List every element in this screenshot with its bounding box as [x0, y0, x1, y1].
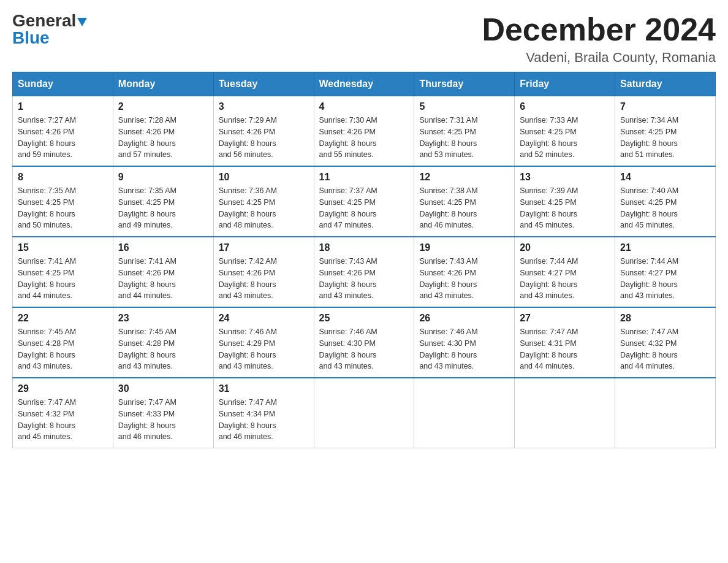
col-thursday: Thursday	[414, 72, 515, 96]
col-monday: Monday	[113, 72, 213, 96]
day-info: Sunrise: 7:45 AMSunset: 4:28 PMDaylight:…	[118, 326, 208, 372]
day-info: Sunrise: 7:35 AMSunset: 4:25 PMDaylight:…	[118, 185, 208, 231]
table-row: 22Sunrise: 7:45 AMSunset: 4:28 PMDayligh…	[13, 307, 113, 378]
table-row: 17Sunrise: 7:42 AMSunset: 4:26 PMDayligh…	[213, 237, 314, 307]
table-row: 18Sunrise: 7:43 AMSunset: 4:26 PMDayligh…	[314, 237, 414, 307]
table-row: 29Sunrise: 7:47 AMSunset: 4:32 PMDayligh…	[13, 378, 113, 448]
day-number: 14	[620, 172, 710, 183]
day-info: Sunrise: 7:43 AMSunset: 4:26 PMDaylight:…	[319, 256, 409, 302]
table-row: 12Sunrise: 7:38 AMSunset: 4:25 PMDayligh…	[414, 166, 515, 237]
day-info: Sunrise: 7:38 AMSunset: 4:25 PMDaylight:…	[419, 185, 509, 231]
table-row: 16Sunrise: 7:41 AMSunset: 4:26 PMDayligh…	[113, 237, 213, 307]
table-row: 5Sunrise: 7:31 AMSunset: 4:25 PMDaylight…	[414, 96, 515, 167]
table-row: 14Sunrise: 7:40 AMSunset: 4:25 PMDayligh…	[615, 166, 716, 237]
logo-line2: Blue	[12, 29, 50, 47]
day-number: 9	[118, 172, 208, 183]
day-number: 30	[118, 383, 208, 394]
table-row: 1Sunrise: 7:27 AMSunset: 4:26 PMDaylight…	[13, 96, 113, 167]
day-info: Sunrise: 7:41 AMSunset: 4:26 PMDaylight:…	[118, 256, 208, 302]
day-info: Sunrise: 7:44 AMSunset: 4:27 PMDaylight:…	[520, 256, 610, 302]
day-number: 27	[520, 313, 610, 324]
table-row: 30Sunrise: 7:47 AMSunset: 4:33 PMDayligh…	[113, 378, 213, 448]
day-number: 31	[219, 383, 309, 394]
calendar-table: Sunday Monday Tuesday Wednesday Thursday…	[12, 72, 716, 448]
day-number: 7	[620, 101, 710, 112]
logo: General Blue	[12, 12, 87, 47]
month-title: December 2024	[482, 12, 716, 47]
calendar-week-row: 29Sunrise: 7:47 AMSunset: 4:32 PMDayligh…	[13, 378, 716, 448]
day-info: Sunrise: 7:46 AMSunset: 4:30 PMDaylight:…	[319, 326, 409, 372]
day-info: Sunrise: 7:33 AMSunset: 4:25 PMDaylight:…	[520, 115, 610, 161]
table-row	[515, 378, 615, 448]
table-row: 3Sunrise: 7:29 AMSunset: 4:26 PMDaylight…	[213, 96, 314, 167]
table-row: 28Sunrise: 7:47 AMSunset: 4:32 PMDayligh…	[615, 307, 716, 378]
col-wednesday: Wednesday	[314, 72, 414, 96]
day-info: Sunrise: 7:39 AMSunset: 4:25 PMDaylight:…	[520, 185, 610, 231]
day-info: Sunrise: 7:29 AMSunset: 4:26 PMDaylight:…	[219, 115, 309, 161]
day-info: Sunrise: 7:47 AMSunset: 4:31 PMDaylight:…	[520, 326, 610, 372]
logo-triangle-icon	[77, 18, 87, 26]
table-row: 27Sunrise: 7:47 AMSunset: 4:31 PMDayligh…	[515, 307, 615, 378]
day-number: 15	[18, 242, 108, 253]
day-info: Sunrise: 7:47 AMSunset: 4:33 PMDaylight:…	[118, 397, 208, 443]
day-number: 12	[419, 172, 509, 183]
day-info: Sunrise: 7:46 AMSunset: 4:30 PMDaylight:…	[419, 326, 509, 372]
table-row: 8Sunrise: 7:35 AMSunset: 4:25 PMDaylight…	[13, 166, 113, 237]
day-number: 19	[419, 242, 509, 253]
day-info: Sunrise: 7:46 AMSunset: 4:29 PMDaylight:…	[219, 326, 309, 372]
day-info: Sunrise: 7:47 AMSunset: 4:32 PMDaylight:…	[620, 326, 710, 372]
calendar-week-row: 15Sunrise: 7:41 AMSunset: 4:25 PMDayligh…	[13, 237, 716, 307]
day-info: Sunrise: 7:30 AMSunset: 4:26 PMDaylight:…	[319, 115, 409, 161]
table-row: 21Sunrise: 7:44 AMSunset: 4:27 PMDayligh…	[615, 237, 716, 307]
col-friday: Friday	[515, 72, 615, 96]
day-info: Sunrise: 7:40 AMSunset: 4:25 PMDaylight:…	[620, 185, 710, 231]
day-number: 21	[620, 242, 710, 253]
location-title: Vadeni, Braila County, Romania	[482, 50, 716, 66]
day-info: Sunrise: 7:45 AMSunset: 4:28 PMDaylight:…	[18, 326, 108, 372]
day-number: 25	[319, 313, 409, 324]
day-number: 3	[219, 101, 309, 112]
day-info: Sunrise: 7:37 AMSunset: 4:25 PMDaylight:…	[319, 185, 409, 231]
col-saturday: Saturday	[615, 72, 716, 96]
calendar-week-row: 1Sunrise: 7:27 AMSunset: 4:26 PMDaylight…	[13, 96, 716, 167]
table-row: 11Sunrise: 7:37 AMSunset: 4:25 PMDayligh…	[314, 166, 414, 237]
table-row: 24Sunrise: 7:46 AMSunset: 4:29 PMDayligh…	[213, 307, 314, 378]
table-row: 2Sunrise: 7:28 AMSunset: 4:26 PMDaylight…	[113, 96, 213, 167]
day-number: 18	[319, 242, 409, 253]
day-info: Sunrise: 7:31 AMSunset: 4:25 PMDaylight:…	[419, 115, 509, 161]
day-info: Sunrise: 7:36 AMSunset: 4:25 PMDaylight:…	[219, 185, 309, 231]
day-number: 5	[419, 101, 509, 112]
day-number: 28	[620, 313, 710, 324]
page-header: General Blue December 2024 Vadeni, Brail…	[12, 12, 716, 66]
table-row: 25Sunrise: 7:46 AMSunset: 4:30 PMDayligh…	[314, 307, 414, 378]
day-number: 13	[520, 172, 610, 183]
day-info: Sunrise: 7:34 AMSunset: 4:25 PMDaylight:…	[620, 115, 710, 161]
day-number: 2	[118, 101, 208, 112]
calendar-week-row: 8Sunrise: 7:35 AMSunset: 4:25 PMDaylight…	[13, 166, 716, 237]
day-number: 4	[319, 101, 409, 112]
table-row: 20Sunrise: 7:44 AMSunset: 4:27 PMDayligh…	[515, 237, 615, 307]
logo-line1: General	[12, 12, 87, 29]
day-number: 23	[118, 313, 208, 324]
day-number: 16	[118, 242, 208, 253]
table-row: 31Sunrise: 7:47 AMSunset: 4:34 PMDayligh…	[213, 378, 314, 448]
day-number: 24	[219, 313, 309, 324]
table-row: 26Sunrise: 7:46 AMSunset: 4:30 PMDayligh…	[414, 307, 515, 378]
day-number: 8	[18, 172, 108, 183]
day-info: Sunrise: 7:43 AMSunset: 4:26 PMDaylight:…	[419, 256, 509, 302]
day-number: 17	[219, 242, 309, 253]
day-info: Sunrise: 7:44 AMSunset: 4:27 PMDaylight:…	[620, 256, 710, 302]
day-number: 26	[419, 313, 509, 324]
table-row: 6Sunrise: 7:33 AMSunset: 4:25 PMDaylight…	[515, 96, 615, 167]
table-row	[314, 378, 414, 448]
calendar-header-row: Sunday Monday Tuesday Wednesday Thursday…	[13, 72, 716, 96]
day-info: Sunrise: 7:41 AMSunset: 4:25 PMDaylight:…	[18, 256, 108, 302]
table-row: 13Sunrise: 7:39 AMSunset: 4:25 PMDayligh…	[515, 166, 615, 237]
day-number: 6	[520, 101, 610, 112]
table-row: 15Sunrise: 7:41 AMSunset: 4:25 PMDayligh…	[13, 237, 113, 307]
day-info: Sunrise: 7:42 AMSunset: 4:26 PMDaylight:…	[219, 256, 309, 302]
table-row: 9Sunrise: 7:35 AMSunset: 4:25 PMDaylight…	[113, 166, 213, 237]
table-row	[414, 378, 515, 448]
col-tuesday: Tuesday	[213, 72, 314, 96]
day-info: Sunrise: 7:47 AMSunset: 4:32 PMDaylight:…	[18, 397, 108, 443]
